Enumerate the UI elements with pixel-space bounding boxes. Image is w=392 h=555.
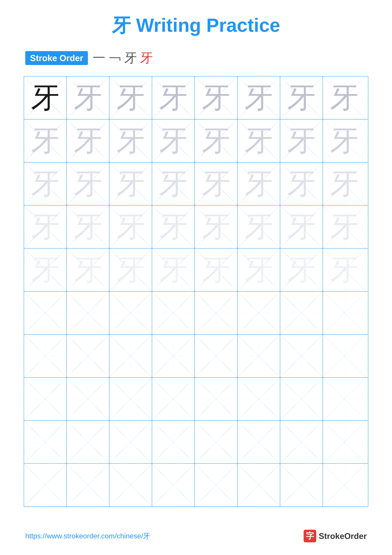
grid-cell-6-6[interactable] [237,292,280,334]
title-character: 牙 [112,15,131,36]
grid-cell-8-8[interactable] [323,378,366,420]
grid-cell-1-1[interactable]: 牙 [24,76,67,119]
grid-cell-10-1[interactable] [24,464,67,506]
grid-cell-9-1[interactable] [24,421,67,463]
grid-cell-3-6[interactable]: 牙 [237,162,280,205]
grid-cell-6-7[interactable] [280,292,323,334]
grid-row-2: 牙 牙 牙 牙 牙 牙 牙 牙 [24,119,368,162]
grid-cell-5-5[interactable]: 牙 [195,248,237,291]
grid-cell-10-6[interactable] [237,464,280,506]
grid-cell-2-3[interactable]: 牙 [109,119,152,162]
grid-cell-8-1[interactable] [24,378,67,420]
grid-cell-7-7[interactable] [280,335,323,377]
char-very-light: 牙 [74,256,102,284]
grid-cell-9-4[interactable] [152,421,195,463]
grid-cell-9-2[interactable] [67,421,109,463]
grid-cell-10-3[interactable] [109,464,152,506]
char-light: 牙 [330,170,358,198]
grid-cell-2-8[interactable]: 牙 [323,119,366,162]
grid-cell-3-5[interactable]: 牙 [195,162,237,205]
grid-cell-7-6[interactable] [237,335,280,377]
char-light: 牙 [287,84,316,112]
grid-cell-4-3[interactable]: 牙 [109,205,152,248]
grid-cell-8-7[interactable] [280,378,323,420]
grid-cell-7-3[interactable] [109,335,152,377]
grid-cell-9-3[interactable] [109,421,152,463]
grid-cell-6-2[interactable] [67,292,109,334]
grid-cell-2-6[interactable]: 牙 [237,119,280,162]
grid-cell-5-7[interactable]: 牙 [280,248,323,291]
grid-cell-10-7[interactable] [280,464,323,506]
grid-cell-7-2[interactable] [67,335,109,377]
grid-cell-2-4[interactable]: 牙 [152,119,195,162]
grid-cell-2-1[interactable]: 牙 [24,119,67,162]
grid-cell-5-2[interactable]: 牙 [67,248,109,291]
char-light: 牙 [244,170,273,198]
footer-url[interactable]: https://www.strokeorder.com/chinese/牙 [25,531,150,541]
grid-cell-4-2[interactable]: 牙 [67,205,109,248]
char-light: 牙 [159,170,187,198]
grid-cell-5-6[interactable]: 牙 [237,248,280,291]
grid-cell-10-2[interactable] [67,464,109,506]
char-very-light: 牙 [287,256,316,284]
grid-cell-10-8[interactable] [323,464,366,506]
grid-cell-3-7[interactable]: 牙 [280,162,323,205]
grid-cell-5-8[interactable]: 牙 [323,248,366,291]
char-very-light: 牙 [31,256,59,284]
grid-cell-1-2[interactable]: 牙 [67,76,109,119]
char-light: 牙 [202,213,230,241]
practice-grid: 牙 牙 牙 牙 牙 牙 牙 牙 牙 牙 牙 [24,76,368,507]
brand-icon-char: 字 [306,531,314,541]
grid-cell-7-8[interactable] [323,335,366,377]
stroke-4: 牙 [140,50,153,67]
grid-cell-6-3[interactable] [109,292,152,334]
stroke-1: 一 [93,50,105,67]
grid-cell-2-7[interactable]: 牙 [280,119,323,162]
grid-cell-3-8[interactable]: 牙 [323,162,366,205]
grid-cell-5-1[interactable]: 牙 [24,248,67,291]
footer: https://www.strokeorder.com/chinese/牙 字 … [0,530,392,542]
grid-cell-1-5[interactable]: 牙 [195,76,237,119]
grid-cell-6-5[interactable] [195,292,237,334]
grid-cell-3-1[interactable]: 牙 [24,162,67,205]
grid-cell-4-4[interactable]: 牙 [152,205,195,248]
grid-cell-6-4[interactable] [152,292,195,334]
grid-cell-8-4[interactable] [152,378,195,420]
grid-cell-4-1[interactable]: 牙 [24,205,67,248]
char-light: 牙 [202,127,230,155]
grid-cell-2-2[interactable]: 牙 [67,119,109,162]
grid-cell-9-6[interactable] [237,421,280,463]
footer-brand: 字 StrokeOrder [304,530,367,542]
grid-cell-2-5[interactable]: 牙 [195,119,237,162]
grid-cell-5-3[interactable]: 牙 [109,248,152,291]
grid-cell-4-8[interactable]: 牙 [323,205,366,248]
grid-cell-7-1[interactable] [24,335,67,377]
grid-cell-9-8[interactable] [323,421,366,463]
grid-cell-7-4[interactable] [152,335,195,377]
grid-cell-5-4[interactable]: 牙 [152,248,195,291]
grid-cell-1-3[interactable]: 牙 [109,76,152,119]
grid-cell-6-8[interactable] [323,292,366,334]
grid-cell-3-2[interactable]: 牙 [67,162,109,205]
grid-cell-9-7[interactable] [280,421,323,463]
grid-cell-10-4[interactable] [152,464,195,506]
grid-cell-3-4[interactable]: 牙 [152,162,195,205]
grid-cell-1-4[interactable]: 牙 [152,76,195,119]
grid-cell-8-2[interactable] [67,378,109,420]
grid-cell-6-1[interactable] [24,292,67,334]
grid-cell-8-6[interactable] [237,378,280,420]
grid-cell-4-6[interactable]: 牙 [237,205,280,248]
char-light: 牙 [31,170,59,198]
grid-cell-4-5[interactable]: 牙 [195,205,237,248]
grid-cell-4-7[interactable]: 牙 [280,205,323,248]
grid-cell-7-5[interactable] [195,335,237,377]
grid-cell-8-3[interactable] [109,378,152,420]
grid-cell-1-6[interactable]: 牙 [237,76,280,119]
grid-cell-3-3[interactable]: 牙 [109,162,152,205]
grid-cell-1-8[interactable]: 牙 [323,76,366,119]
grid-cell-10-5[interactable] [195,464,237,506]
grid-cell-1-7[interactable]: 牙 [280,76,323,119]
grid-cell-8-5[interactable] [195,378,237,420]
char-light: 牙 [330,127,358,155]
grid-cell-9-5[interactable] [195,421,237,463]
